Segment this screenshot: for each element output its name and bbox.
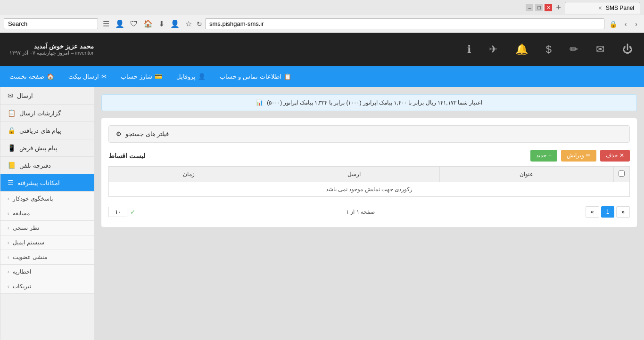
- new-label: جدید: [536, 152, 546, 159]
- col-time: زمان: [109, 167, 269, 182]
- contact-icon: 📋: [284, 73, 291, 80]
- nav-charge-label: شارژ حساب: [121, 73, 152, 80]
- dollar-icon[interactable]: $: [544, 41, 553, 57]
- user-info: محمد عزیز خوش آمدید inventor – امروز چها…: [9, 43, 94, 56]
- home-nav-icon: 🏠: [47, 73, 54, 80]
- bookmark-icon[interactable]: ☆: [183, 18, 194, 29]
- top-navigation: ⏻ ✉ ✏ $ 🔔 ✈ ℹ محمد عزیز خوش آمدید invent…: [0, 33, 644, 66]
- main-content: اعتبار شما ۱۴۱,۱۷۲ ریال برابر با ۱,۴۰۰ پ…: [94, 87, 644, 340]
- content-area: اعتبار شما ۱۴۱,۱۷۲ ریال برابر با ۱,۴۰۰ پ…: [0, 87, 644, 340]
- edit-icon: ✏: [586, 152, 591, 159]
- edit-icon[interactable]: ✏: [568, 41, 580, 57]
- profile-icon[interactable]: 👤: [113, 18, 126, 29]
- new-tab-button[interactable]: +: [556, 3, 561, 13]
- delete-icon: ✕: [619, 152, 624, 159]
- sidebar-item-email[interactable]: سیستم ایمیل ›: [0, 235, 94, 250]
- delete-button[interactable]: ✕ حذف: [600, 150, 630, 162]
- power-icon[interactable]: ⏻: [620, 41, 635, 57]
- col-sender: ارسل: [269, 167, 439, 182]
- edit-button[interactable]: ✏ ویرایش: [561, 150, 596, 162]
- per-page-wrapper: ✓: [108, 207, 135, 217]
- menu-icon[interactable]: ☰: [101, 18, 111, 29]
- pagination-info: صفحه ۱ از ۱: [346, 209, 375, 215]
- arrow-icon-7: ›: [8, 211, 9, 216]
- pagination-controls: « 1 »: [586, 206, 630, 218]
- nav-item-home[interactable]: 🏠 صفحه نخست: [9, 73, 54, 80]
- data-table: عنوان ارسل زمان رکوردی جهت نمایش موجود ن…: [108, 166, 630, 197]
- nav-icons: ⏻ ✉ ✏ $ 🔔 ✈ ℹ: [94, 41, 635, 57]
- info-bar: اعتبار شما ۱۴۱,۱۷۲ ریال برابر با ۱,۴۰۰ پ…: [101, 94, 637, 111]
- per-page-input[interactable]: [108, 207, 127, 217]
- phonebook-icon: 📒: [8, 162, 16, 169]
- sidebar: ارسال ✉ گزارشات ارسال 📋 پیام های دریافتی…: [0, 87, 94, 340]
- list-actions: ✕ حذف ✏ ویرایش + جدید: [530, 150, 630, 162]
- sidebar-item-congratulations[interactable]: تبریکات ›: [0, 279, 94, 294]
- list-title: لیست اقساط: [108, 152, 145, 160]
- browser-titlebar: SMS Panel × + – □ ✕: [0, 0, 644, 15]
- new-icon: +: [548, 152, 552, 159]
- minimize-button[interactable]: –: [526, 4, 533, 11]
- lock-icon: 🔒: [607, 18, 619, 30]
- sidebar-item-contest[interactable]: مسابقه ›: [0, 206, 94, 221]
- sidebar-item-inbox[interactable]: پیام های دریافتی 🔒: [0, 122, 94, 139]
- nav-ticket-label: ارسال تیکت: [68, 73, 99, 80]
- sidebar-item-default-msg[interactable]: پیام پیش فرض 📱: [0, 139, 94, 157]
- sidebar-label-default: پیام پیش فرض: [19, 145, 58, 152]
- search-input[interactable]: [4, 18, 98, 29]
- reports-icon: 📋: [8, 109, 16, 117]
- arrow-icon-8: ›: [8, 226, 9, 231]
- default-msg-icon: 📱: [8, 144, 16, 152]
- home-icon[interactable]: 🏠: [141, 18, 155, 29]
- bell-icon[interactable]: 🔔: [513, 41, 530, 57]
- sidebar-label-warning: اخطاریه: [13, 268, 31, 275]
- sidebar-item-send[interactable]: ارسال ✉: [0, 87, 94, 105]
- nav-item-ticket[interactable]: ✉ ارسال تیکت: [68, 73, 107, 80]
- nav-contact-label: اطلاعات تماس و حساب: [220, 73, 281, 80]
- sidebar-item-survey[interactable]: نظر سنجی ›: [0, 221, 94, 235]
- col-title: عنوان: [439, 167, 613, 182]
- sidebar-item-autoresponder[interactable]: پاسخگوی خودکار ›: [0, 192, 94, 206]
- sidebar-label-reports: گزارشات ارسال: [19, 110, 61, 117]
- search-filters-bar[interactable]: فیلتر های جستجو ⚙: [108, 125, 630, 143]
- sidebar-item-phonebook[interactable]: دفترچه تلفن 📒: [0, 157, 94, 174]
- browser-tab[interactable]: SMS Panel ×: [565, 2, 640, 14]
- sidebar-label-contest: مسابقه: [13, 210, 30, 217]
- maximize-button[interactable]: □: [535, 4, 543, 11]
- send-icon[interactable]: ✈: [487, 41, 499, 57]
- inbox-icon: 🔒: [8, 127, 16, 134]
- nav-item-charge[interactable]: 💳 شارژ حساب: [121, 73, 162, 80]
- main-panel: فیلتر های جستجو ⚙ ✕ حذف ✏ ویرایش: [101, 118, 637, 227]
- sidebar-item-membership[interactable]: منشی عضویت ›: [0, 250, 94, 265]
- page-1-button[interactable]: 1: [601, 206, 615, 218]
- sidebar-label-congratulations: تبریکات: [13, 283, 31, 290]
- nav-item-contact[interactable]: 📋 اطلاعات تماس و حساب: [220, 73, 291, 80]
- back-button[interactable]: ‹: [632, 19, 640, 29]
- sidebar-label-membership: منشی عضویت: [13, 254, 47, 260]
- check-icon[interactable]: ✓: [130, 209, 135, 216]
- tab-close-button[interactable]: ×: [598, 4, 602, 12]
- address-bar: ‹ › 🔒 ↻ ☆ 👤 ⬇ 🏠 🛡 👤 ☰: [0, 15, 644, 33]
- nav-item-profile[interactable]: 👤 پروفایل: [176, 73, 206, 80]
- next-next-button[interactable]: »: [586, 206, 599, 218]
- account-icon[interactable]: 👤: [168, 18, 182, 29]
- profile-nav-icon: 👤: [198, 73, 206, 80]
- sidebar-item-advanced[interactable]: امکانات پیشرفته ☰: [0, 174, 94, 192]
- sidebar-label-send: ارسال: [17, 92, 33, 99]
- close-button[interactable]: ✕: [545, 4, 552, 11]
- download-icon[interactable]: ⬇: [157, 18, 166, 29]
- nav-home-label: صفحه نخست: [9, 73, 44, 80]
- forward-button[interactable]: ›: [622, 19, 630, 29]
- prev-prev-button[interactable]: «: [616, 206, 630, 218]
- shield-icon[interactable]: 🛡: [128, 19, 140, 29]
- sidebar-item-reports[interactable]: گزارشات ارسال 📋: [0, 105, 94, 122]
- info-icon[interactable]: ℹ: [465, 41, 473, 57]
- address-input[interactable]: [205, 18, 604, 29]
- charge-icon: 💳: [155, 73, 162, 80]
- reload-button[interactable]: ↻: [197, 20, 202, 28]
- sidebar-item-warning[interactable]: اخطاریه ›: [0, 265, 94, 279]
- sidebar-label-advanced: امکانات پیشرفته: [17, 179, 60, 186]
- mail-icon[interactable]: ✉: [594, 41, 606, 57]
- select-all-checkbox[interactable]: [619, 170, 625, 177]
- new-button[interactable]: + جدید: [530, 150, 557, 162]
- page-info-text: صفحه ۱ از ۱: [346, 209, 375, 215]
